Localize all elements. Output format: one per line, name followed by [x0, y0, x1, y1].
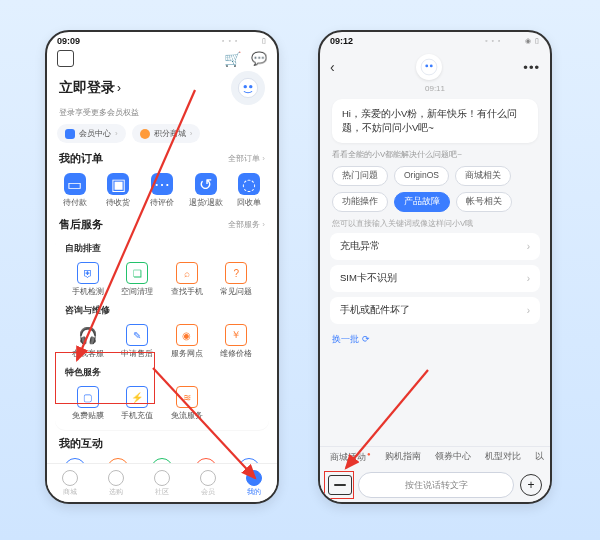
space-clean[interactable]: ❏空间清理 [113, 259, 163, 300]
avatar[interactable] [231, 71, 265, 105]
chevron-right-icon: › [527, 305, 530, 316]
points-mall-pill[interactable]: 积分商城› [132, 124, 201, 143]
q-sim[interactable]: SIM卡不识别› [330, 265, 540, 292]
message-icon[interactable]: 💬 [251, 51, 267, 66]
voice-input[interactable]: 按住说话转文字 [358, 472, 514, 498]
grid-icon [108, 470, 124, 486]
chip-hot[interactable]: 热门问题 [332, 166, 388, 186]
chat-icon: ⋯ [151, 173, 173, 195]
coin-icon [140, 129, 150, 139]
search-icon: ⌕ [176, 262, 198, 284]
chip-originos[interactable]: OriginOS [394, 166, 449, 186]
more-button[interactable]: ••• [523, 60, 540, 75]
svg-point-5 [430, 64, 433, 67]
top-toolbar: 🛒 💬 [47, 48, 277, 71]
tab-mall[interactable]: 商城 [47, 464, 93, 502]
form-icon: ✎ [126, 324, 148, 346]
repair-price[interactable]: ￥维修价格 [212, 321, 262, 362]
bottom-tabbar: 商城 选购 社区 会员 我的 [47, 463, 277, 502]
clock: 09:12 [330, 36, 353, 46]
tab-member[interactable]: 会员 [185, 464, 231, 502]
free-film[interactable]: ▢免费贴膜 [63, 383, 113, 424]
wallet-icon: ▭ [64, 173, 86, 195]
order-refund[interactable]: ↺退货/退款 [184, 170, 228, 211]
sugg-compare[interactable]: 机型对比 [485, 451, 521, 464]
phone-left: 09:09 ◦ ◦ ◦ ▯ 🛒 💬 立即登录 › 登录享受更多会员权益 会员中心… [45, 30, 279, 504]
sugg-more[interactable]: 以 [535, 451, 544, 464]
aftersale-header: 售后服务 全部服务 › [47, 217, 277, 236]
back-button[interactable]: ‹ [330, 59, 335, 75]
chip-account[interactable]: 帐号相关 [456, 192, 512, 212]
svg-point-4 [425, 64, 428, 67]
status-bar: 09:12 ◦ ◦ ◦ ◉ ▯ [320, 32, 550, 48]
community-icon [154, 470, 170, 486]
add-button[interactable]: + [520, 474, 542, 496]
all-services-link[interactable]: 全部服务 [228, 219, 260, 230]
help-text: 看看全能的小V都能解决什么问题吧~ [332, 149, 538, 160]
svg-point-3 [421, 59, 437, 75]
login-title: 立即登录 [59, 79, 115, 97]
q-charging[interactable]: 充电异常› [330, 233, 540, 260]
faq[interactable]: ?常见问题 [212, 259, 262, 300]
chat-header: ‹ ••• [320, 48, 550, 84]
chip-function[interactable]: 功能操作 [332, 192, 388, 212]
order-recycle[interactable]: ◌回收单 [227, 170, 271, 211]
greeting-bubble: Hi，亲爱的小V粉，新年快乐！有什么问题，不妨问问小V吧~ [332, 99, 538, 143]
online-support[interactable]: 🎧在线客服 [63, 321, 113, 362]
svg-point-1 [244, 85, 247, 88]
pin-icon: ◉ [176, 324, 198, 346]
order-pending-pay[interactable]: ▭待付款 [53, 170, 97, 211]
sugg-activity[interactable]: 商城活动● [330, 451, 371, 464]
login-row[interactable]: 立即登录 › [47, 71, 277, 107]
topup-icon: ⚡ [126, 386, 148, 408]
tab-shop[interactable]: 选购 [93, 464, 139, 502]
settings-icon[interactable] [57, 50, 74, 67]
all-orders-link[interactable]: 全部订单 [228, 153, 260, 164]
orders-grid: ▭待付款 ▣待收货 ⋯待评价 ↺退货/退款 ◌回收单 [47, 170, 277, 217]
chip-fault[interactable]: 产品故障 [394, 192, 450, 212]
svg-point-0 [238, 78, 257, 97]
person-icon [246, 470, 262, 486]
status-icons: ◦ ◦ ◦ ▯ [222, 37, 267, 45]
refund-icon: ↺ [195, 173, 217, 195]
phone-topup[interactable]: ⚡手机充值 [113, 383, 163, 424]
price-icon: ￥ [225, 324, 247, 346]
sugg-guide[interactable]: 购机指南 [385, 451, 421, 464]
truck-icon: ▣ [107, 173, 129, 195]
chip-mall[interactable]: 商城相关 [455, 166, 511, 186]
status-bar: 09:09 ◦ ◦ ◦ ▯ [47, 32, 277, 48]
tab-community[interactable]: 社区 [139, 464, 185, 502]
phone-check[interactable]: ⛨手机检测 [63, 259, 113, 300]
order-pending-ship[interactable]: ▣待收货 [97, 170, 141, 211]
tab-mine[interactable]: 我的 [231, 464, 277, 502]
category-chips: 热门问题 OriginOS 商城相关 功能操作 产品故障 帐号相关 [320, 166, 550, 218]
free-data[interactable]: ≋免流服务 [162, 383, 212, 424]
suggestion-bar: 商城活动● 购机指南 领券中心 机型对比 以 [320, 446, 550, 468]
bot-avatar [416, 54, 442, 80]
svg-point-2 [249, 85, 252, 88]
login-subtitle: 登录享受更多会员权益 [47, 107, 277, 124]
recycle-icon: ◌ [238, 173, 260, 195]
refresh-link[interactable]: 换一批 ⟳ [320, 329, 550, 350]
member-center-pill[interactable]: 会员中心› [57, 124, 126, 143]
service-points[interactable]: ◉服务网点 [162, 321, 212, 362]
chevron-right-icon: › [527, 241, 530, 252]
find-phone[interactable]: ⌕查找手机 [162, 259, 212, 300]
q-broken[interactable]: 手机或配件坏了› [330, 297, 540, 324]
order-pending-review[interactable]: ⋯待评价 [140, 170, 184, 211]
shield-icon: ⛨ [77, 262, 99, 284]
keyboard-icon[interactable] [328, 475, 352, 495]
clock: 09:09 [57, 36, 80, 46]
broom-icon: ❏ [126, 262, 148, 284]
cart-icon[interactable]: 🛒 [224, 51, 241, 67]
orders-header: 我的订单 全部订单 › [47, 151, 277, 170]
diamond-icon [65, 129, 75, 139]
member-icon [200, 470, 216, 486]
film-icon: ▢ [77, 386, 99, 408]
sugg-coupon[interactable]: 领券中心 [435, 451, 471, 464]
apply-aftersale[interactable]: ✎申请售后 [113, 321, 163, 362]
status-icons: ◦ ◦ ◦ ◉ ▯ [485, 37, 540, 45]
interact-header: 我的互动 [47, 436, 277, 455]
self-check-card: 自助排查 ⛨手机检测 ❏空间清理 ⌕查找手机 ?常见问题 咨询与维修 🎧在线客服… [55, 236, 269, 430]
quick-pill-row: 会员中心› 积分商城› [47, 124, 277, 151]
